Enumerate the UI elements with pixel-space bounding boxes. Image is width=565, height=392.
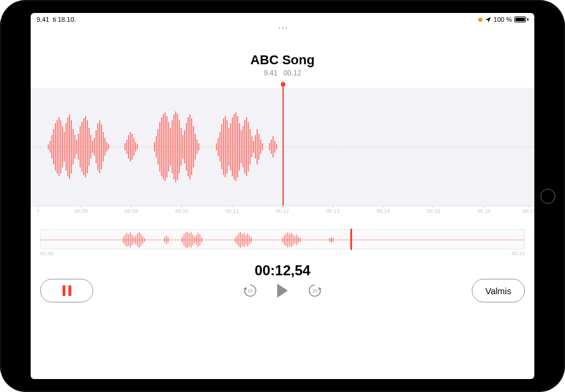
current-time-display: 00:12,54 [31, 262, 534, 279]
overview-end-time: 00.13 [511, 251, 525, 256]
ruler-tick: 00.17 [523, 208, 534, 214]
recording-subtitle: 9.41 00.12 [31, 69, 534, 77]
playback-controls: 15 15 Valmis [31, 282, 534, 299]
ruler-tick: 00.12 [276, 208, 290, 214]
time-ruler: 7 00.08 00.09 00.10 00.11 00.12 00.13 00… [31, 206, 534, 219]
overview-start-time: 00.00 [40, 251, 54, 256]
screen: 9.41 ti 18.10. 100 % ABC Song 9.41 [31, 13, 534, 379]
svg-text:15: 15 [248, 288, 252, 294]
play-button[interactable] [272, 282, 293, 299]
status-date: ti 18.10. [52, 16, 75, 23]
ruler-tick: 00.08 [74, 208, 88, 214]
play-icon [277, 284, 288, 298]
playhead-main[interactable] [282, 84, 284, 209]
skip-back-15-button[interactable]: 15 [242, 282, 258, 299]
ruler-tick: 00.16 [477, 208, 491, 214]
waveform-overview-graphic [41, 230, 524, 250]
ipad-frame: 9.41 ti 18.10. 100 % ABC Song 9.41 [0, 0, 565, 392]
pause-record-button[interactable] [40, 279, 93, 302]
ruler-tick: 00.13 [326, 208, 340, 214]
playhead-overview[interactable] [350, 229, 352, 250]
home-button[interactable] [540, 189, 556, 204]
location-arrow-icon [485, 17, 491, 23]
recording-title[interactable]: ABC Song [31, 52, 534, 68]
status-bar: 9.41 ti 18.10. 100 % [31, 13, 534, 26]
skip-back-icon: 15 [242, 283, 258, 298]
sheet-grabber-icon[interactable] [278, 27, 287, 29]
recording-indicator-dot [478, 18, 482, 22]
ruler-tick: 00.11 [225, 208, 239, 214]
pause-icon [63, 285, 71, 296]
skip-forward-15-button[interactable]: 15 [307, 282, 323, 299]
skip-forward-icon: 15 [307, 283, 323, 298]
waveform-main[interactable] [31, 88, 534, 206]
battery-percent: 100 % [494, 16, 512, 23]
ruler-tick: 00.09 [125, 208, 139, 214]
recording-header: ABC Song 9.41 00.12 [31, 52, 534, 77]
svg-text:15: 15 [313, 288, 317, 294]
ruler-tick: 00.14 [377, 208, 390, 214]
ruler-tick-partial: 7 [37, 208, 40, 214]
ruler-tick: 00.15 [427, 208, 441, 214]
status-time: 9.41 [37, 16, 49, 23]
overview-time-labels: 00.00 00.13 [40, 249, 525, 256]
battery-icon [514, 17, 528, 22]
ruler-tick: 00.10 [175, 208, 189, 214]
waveform-overview[interactable] [40, 229, 525, 249]
done-button[interactable]: Valmis [472, 279, 525, 302]
